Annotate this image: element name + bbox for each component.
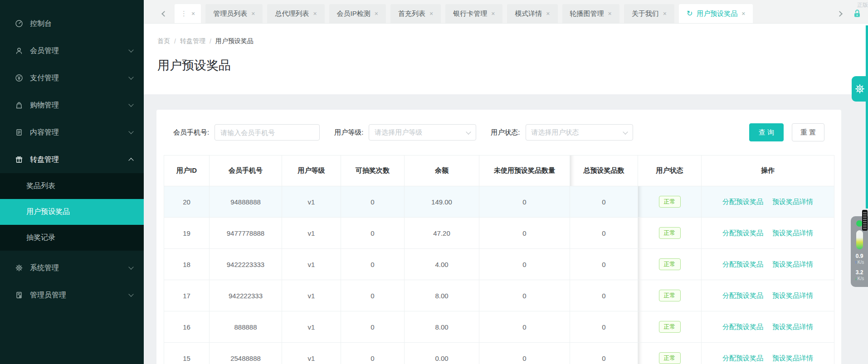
close-icon[interactable] [663, 10, 667, 17]
status-badge: 正常 [659, 352, 681, 364]
tab[interactable]: 模式详情 [507, 4, 557, 23]
close-icon[interactable] [191, 10, 195, 17]
assign-prize-link[interactable]: 分配预设奖品 [722, 291, 763, 299]
level-select-placeholder: 请选择用户等级 [375, 128, 422, 137]
tab-label: 轮播图管理 [570, 10, 604, 18]
sidebar-item[interactable]: 管理员管理 [0, 281, 144, 309]
sidebar-item[interactable]: 系统管理 [0, 254, 144, 281]
tab-label: 首充列表 [398, 10, 425, 18]
tab[interactable]: 关于我们 [624, 4, 674, 23]
column-header: 可抽奖次数 [341, 155, 405, 186]
assign-prize-link[interactable]: 分配预设奖品 [722, 198, 763, 205]
tabs: ⋮ 管理员列表 总代理列表 会员IP检测 [175, 4, 753, 23]
table-row: 15 25488888 v1 0 0.00 0 0 正常 分配预设奖品 预设奖品… [164, 343, 834, 364]
close-icon[interactable] [608, 10, 612, 17]
cell-status: 正常 [638, 311, 702, 343]
sidebar-item-icon [15, 128, 23, 136]
cell-unused-prizes: 0 [479, 186, 570, 218]
sidebar-item[interactable]: 转盘管理 [0, 146, 144, 173]
breadcrumb-separator: / [174, 38, 176, 45]
cell-level: v1 [282, 311, 341, 343]
cell-actions: 分配预设奖品 预设奖品详情 [702, 343, 834, 364]
tab-label: 关于我们 [632, 10, 659, 18]
cell-user-id: 16 [164, 311, 210, 343]
sidebar-item[interactable]: 会员管理 [0, 37, 144, 64]
tab[interactable]: 管理员列表 [205, 4, 263, 23]
prize-detail-link[interactable]: 预设奖品详情 [772, 260, 813, 268]
prize-detail-link[interactable]: 预设奖品详情 [772, 198, 813, 205]
cell-total-prizes: 0 [570, 280, 638, 311]
cell-status: 正常 [638, 280, 702, 311]
reset-button[interactable]: 重 置 [792, 123, 824, 141]
assign-prize-link[interactable]: 分配预设奖品 [722, 229, 763, 237]
search-button[interactable]: 查 询 [749, 123, 784, 141]
filter-buttons: 查 询 重 置 [749, 123, 824, 141]
sidebar-item-icon [15, 74, 23, 82]
sidebar-item-label: 控制台 [30, 19, 133, 29]
close-icon[interactable] [741, 10, 745, 17]
prize-detail-link[interactable]: 预设奖品详情 [772, 229, 813, 237]
sidebar-item[interactable]: 控制台 [0, 10, 144, 37]
tabs-scroll-left-button[interactable] [157, 4, 171, 23]
sidebar-item[interactable]: 支付管理 [0, 64, 144, 92]
sidebar-subitem[interactable]: 抽奖记录 [0, 225, 144, 251]
cell-actions: 分配预设奖品 预设奖品详情 [702, 280, 834, 311]
close-icon[interactable] [313, 10, 317, 17]
refresh-icon[interactable] [687, 10, 692, 17]
tab[interactable]: 轮播图管理 [562, 4, 619, 23]
tab-label: 总代理列表 [275, 10, 309, 18]
cell-actions: 分配预设奖品 预设奖品详情 [702, 311, 834, 343]
breadcrumb-section[interactable]: 转盘管理 [180, 37, 205, 45]
close-icon[interactable] [491, 10, 495, 17]
tab[interactable]: 银行卡管理 [445, 4, 502, 23]
chevron-icon [128, 47, 133, 52]
tab[interactable]: 总代理列表 [267, 4, 324, 23]
tab[interactable]: 首充列表 [390, 4, 441, 23]
tab-label: 管理员列表 [213, 10, 247, 18]
status-badge: 正常 [659, 196, 681, 208]
assign-prize-link[interactable]: 分配预设奖品 [722, 323, 763, 330]
sidebar-subitem[interactable]: 奖品列表 [0, 173, 144, 199]
sidebar-subitem[interactable]: 用户预设奖品 [0, 199, 144, 225]
tab[interactable]: ⋮ [175, 4, 201, 23]
cell-level: v1 [282, 218, 341, 249]
sidebar-item-label: 购物管理 [30, 101, 129, 110]
level-filter-label: 用户等级: [334, 128, 363, 137]
breadcrumb-home[interactable]: 首页 [157, 37, 170, 45]
prize-detail-link[interactable]: 预设奖品详情 [772, 291, 813, 299]
cell-user-id: 18 [164, 249, 210, 280]
close-icon[interactable] [546, 10, 550, 17]
sidebar-subitem-label: 用户预设奖品 [26, 207, 70, 217]
chevron-down-icon [466, 129, 471, 134]
sidebar-item[interactable]: 内容管理 [0, 119, 144, 146]
prize-detail-link[interactable]: 预设奖品详情 [772, 354, 813, 362]
sidebar-item-icon [15, 291, 23, 299]
assign-prize-link[interactable]: 分配预设奖品 [722, 260, 763, 268]
cell-level: v1 [282, 280, 341, 311]
column-header: 总预设奖品数 [570, 155, 638, 186]
chevron-icon [128, 158, 133, 163]
widget-drag-handle[interactable] [862, 210, 868, 231]
status-select[interactable]: 请选择用户状态 [526, 124, 633, 141]
close-icon[interactable] [375, 10, 378, 17]
cell-balance: 149.00 [405, 186, 479, 218]
sidebar-item[interactable]: 购物管理 [0, 92, 144, 119]
tab[interactable]: 用户预设奖品 [679, 4, 753, 23]
phone-input[interactable] [215, 124, 320, 141]
tab[interactable]: 会员IP检测 [329, 4, 386, 23]
tabs-scroll-right-button[interactable] [833, 4, 846, 23]
close-icon[interactable] [429, 10, 433, 17]
sidebar-item-icon [15, 264, 23, 272]
assign-prize-link[interactable]: 分配预设奖品 [722, 354, 763, 362]
theme-edge-strip [866, 25, 868, 209]
chevron-left-icon [161, 11, 167, 17]
cell-draws: 0 [341, 249, 405, 280]
prize-detail-link[interactable]: 预设奖品详情 [772, 323, 813, 330]
level-select[interactable]: 请选择用户等级 [369, 124, 476, 141]
theme-settings-button[interactable] [852, 76, 868, 102]
lock-button[interactable] [853, 9, 862, 18]
page-header: 首页 / 转盘管理 / 用户预设奖品 用户预设奖品 [144, 24, 868, 94]
cell-draws: 0 [341, 186, 405, 218]
close-icon[interactable] [251, 10, 255, 17]
table-row: 20 94888888 v1 0 149.00 0 0 正常 分配预设奖品 预设… [164, 186, 834, 218]
